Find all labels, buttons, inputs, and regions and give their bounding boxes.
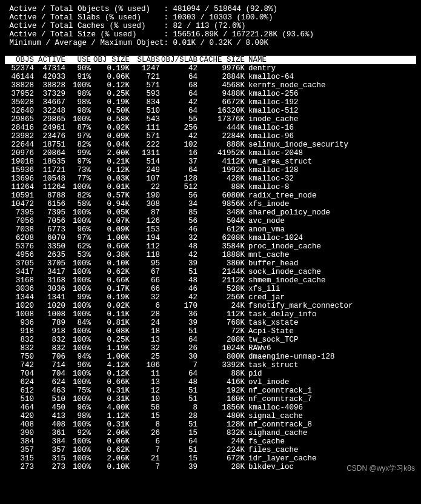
- cell-obj-slab: 64: [161, 166, 199, 174]
- cell-objs: 11264: [5, 183, 35, 191]
- cell-objs: 936: [5, 319, 35, 327]
- cell-active: 832: [35, 344, 67, 353]
- cell-objs: 704: [5, 370, 35, 378]
- cell-name: fs_cache: [246, 437, 416, 446]
- table-row: 136961054877%0.03K107128428Kkmalloc-32: [5, 174, 416, 183]
- table-row: 461444203391%0.06K721642884Kkmalloc-64: [5, 73, 416, 81]
- cell-cache-size: 28K: [199, 463, 246, 471]
- table-row: 832832100%0.25K1364208Ktw_sock_TCP: [5, 336, 416, 344]
- cell-active: 918: [35, 327, 67, 336]
- cell-objs: 7038: [5, 225, 35, 234]
- summary-label: Active / Total Objects (% used): [5, 5, 164, 13]
- cell-obj-size: 0.12K: [92, 81, 131, 90]
- cell-obj-size: 0.09K: [92, 225, 131, 234]
- cell-cache-size: 416K: [199, 378, 246, 386]
- cell-obj-slab: 46: [161, 225, 199, 234]
- cell-obj-slab: 256: [161, 124, 199, 132]
- cell-obj-size: 0.08K: [92, 327, 131, 336]
- cell-obj-slab: 42: [161, 98, 199, 107]
- cell-objs: 4956: [5, 251, 35, 259]
- cell-obj-slab: 64: [161, 107, 199, 115]
- cell-obj-size: 0.17K: [92, 285, 131, 293]
- cell-objs: 742: [5, 361, 35, 370]
- cell-obj-size: 0.57K: [92, 191, 131, 200]
- table-row: 918918100%0.08K185172KAcpi-State: [5, 327, 416, 336]
- cell-objs: 46144: [5, 73, 35, 81]
- cell-obj-size: 0.25K: [92, 90, 131, 98]
- cell-use: 92%: [67, 429, 92, 437]
- cell-slabs: 111: [131, 124, 161, 132]
- cell-obj-slab: 7: [161, 361, 199, 370]
- cell-name: kmalloc-16: [246, 124, 416, 132]
- cell-use: 100%: [67, 344, 92, 353]
- cell-name: cred_jar: [246, 293, 416, 302]
- cell-cache-size: 192K: [199, 386, 246, 395]
- cell-name: kmalloc-64: [246, 73, 416, 81]
- cell-obj-slab: 8: [161, 403, 199, 412]
- cell-obj-size: 1.00K: [92, 234, 131, 242]
- summary-label: Active / Total Slabs (% used): [5, 13, 164, 22]
- cell-obj-size: 0.19K: [92, 98, 131, 107]
- cell-use: 94%: [67, 353, 92, 361]
- summary-line: Active / Total Slabs (% used) : 10303 / …: [5, 13, 416, 22]
- summary-line: Minimum / Average / Maximum Object: 0.01…: [5, 39, 416, 47]
- summary-label: Active / Total Caches (% used): [5, 22, 164, 30]
- cell-name: shmem_inode_cache: [246, 276, 416, 285]
- cell-name: pid: [246, 370, 416, 378]
- cell-cache-size: 480K: [199, 412, 246, 420]
- cell-name: kmalloc-192: [246, 98, 416, 107]
- cell-slabs: 22: [131, 183, 161, 191]
- cell-objs: 390: [5, 429, 35, 437]
- cell-cache-size: 800K: [199, 353, 246, 361]
- cell-active: 510: [35, 395, 67, 403]
- cell-slabs: 249: [131, 166, 161, 174]
- cell-use: 97%: [67, 234, 92, 242]
- cell-objs: 23982: [5, 132, 35, 141]
- cell-cache-size: 6672K: [199, 98, 246, 107]
- cell-slabs: 87: [131, 208, 161, 217]
- cell-name: nf_conntrack_8: [246, 420, 416, 429]
- cell-obj-size: 0.05K: [92, 208, 131, 217]
- summary-value: : 481094 / 518644 (92.8%): [164, 5, 278, 13]
- cell-use: 96%: [67, 403, 92, 412]
- cell-cache-size: 528K: [199, 285, 246, 293]
- cell-objs: 624: [5, 378, 35, 386]
- summary-value: : 10303 / 10303 (100.0%): [164, 13, 273, 22]
- cell-slabs: 13: [131, 378, 161, 386]
- cell-objs: 29865: [5, 115, 35, 124]
- cell-objs: 38828: [5, 81, 35, 90]
- cell-obj-slab: 64: [161, 437, 199, 446]
- cell-cache-size: 16320K: [199, 107, 246, 115]
- cell-obj-size: 4.12K: [92, 361, 131, 370]
- cell-obj-slab: 51: [161, 386, 199, 395]
- cell-use: 100%: [67, 217, 92, 225]
- cell-use: 98%: [67, 90, 92, 98]
- cell-obj-slab: 51: [161, 446, 199, 454]
- cell-use: 73%: [67, 166, 92, 174]
- cell-obj-size: 4.00K: [92, 403, 131, 412]
- cell-cache-size: 2144K: [199, 268, 246, 276]
- cell-cache-size: 3392K: [199, 361, 246, 370]
- cell-obj-size: 0.01K: [92, 183, 131, 191]
- cell-obj-slab: 28: [161, 412, 199, 420]
- cell-obj-size: 0.94K: [92, 200, 131, 208]
- cell-use: 100%: [67, 437, 92, 446]
- cell-obj-size: 0.19K: [92, 64, 131, 73]
- cell-objs: 918: [5, 327, 35, 336]
- cell-obj-slab: 51: [161, 327, 199, 336]
- cell-obj-size: 0.21K: [92, 158, 131, 166]
- header-use: USE: [67, 56, 92, 64]
- cell-obj-slab: 42: [161, 293, 199, 302]
- cell-obj-slab: 32: [161, 234, 199, 242]
- cell-use: 98%: [67, 98, 92, 107]
- cell-use: 77%: [67, 174, 92, 183]
- cell-name: tw_sock_TCP: [246, 336, 416, 344]
- cell-obj-slab: 51: [161, 420, 199, 429]
- cell-objs: 420: [5, 412, 35, 420]
- cell-active: 47314: [35, 64, 67, 73]
- cell-obj-slab: 42: [161, 64, 199, 73]
- cell-use: 100%: [67, 268, 92, 276]
- cell-name: kmalloc-96: [246, 132, 416, 141]
- cell-obj-size: 0.03K: [92, 174, 131, 183]
- cell-cache-size: 1888K: [199, 251, 246, 259]
